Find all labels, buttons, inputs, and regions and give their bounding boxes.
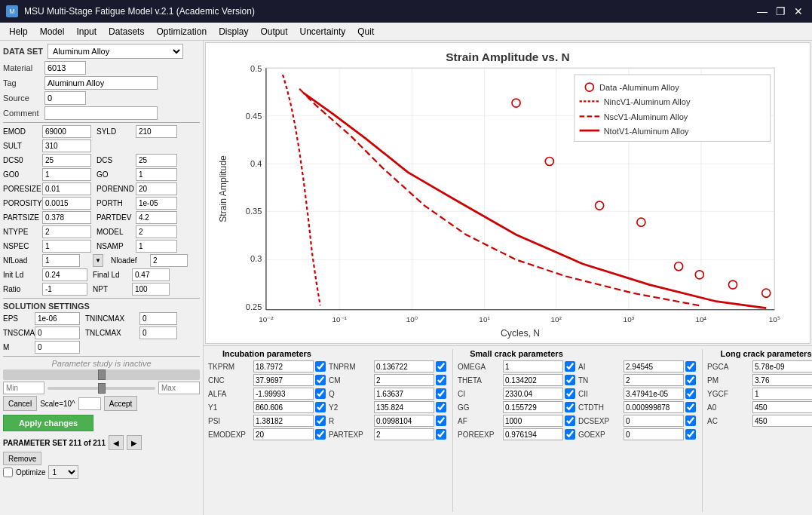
y2-input[interactable] bbox=[374, 401, 434, 413]
q-check[interactable] bbox=[436, 388, 446, 399]
y1-input[interactable] bbox=[253, 401, 314, 413]
remove-button[interactable]: Remove bbox=[3, 452, 41, 465]
ratio-input[interactable] bbox=[42, 283, 87, 296]
ci-check[interactable] bbox=[565, 388, 575, 399]
alfa-check[interactable] bbox=[315, 388, 326, 399]
cii-input[interactable] bbox=[624, 388, 684, 400]
sult-input[interactable] bbox=[42, 139, 91, 152]
tnincmax-input[interactable] bbox=[139, 312, 177, 325]
gg-input[interactable] bbox=[503, 401, 563, 413]
minimize-button[interactable]: — bbox=[755, 4, 770, 19]
emodexp-check[interactable] bbox=[315, 429, 326, 440]
ntype-input[interactable] bbox=[42, 225, 91, 238]
syld-input[interactable] bbox=[136, 125, 177, 138]
menu-output[interactable]: Output bbox=[255, 25, 294, 38]
material-input[interactable] bbox=[44, 61, 86, 75]
ctdth-check[interactable] bbox=[685, 402, 696, 412]
scale-input[interactable] bbox=[78, 397, 101, 410]
y2-check[interactable] bbox=[436, 402, 446, 412]
comment-input[interactable] bbox=[44, 106, 158, 120]
tn-check[interactable] bbox=[685, 375, 696, 385]
menu-input[interactable]: Input bbox=[70, 25, 103, 38]
pgca-input[interactable] bbox=[752, 360, 812, 372]
cm-input[interactable] bbox=[374, 374, 434, 386]
partexp-input[interactable] bbox=[374, 428, 434, 440]
theta-check[interactable] bbox=[565, 375, 575, 385]
menu-datasets[interactable]: Datasets bbox=[103, 25, 150, 38]
cnc-check[interactable] bbox=[315, 375, 326, 385]
poreexp-check[interactable] bbox=[565, 429, 575, 440]
menu-uncertainty[interactable]: Uncertainty bbox=[294, 25, 352, 38]
menu-help[interactable]: Help bbox=[3, 25, 34, 38]
dataset-select[interactable]: Aluminum Alloy bbox=[47, 44, 183, 59]
scale-slider[interactable] bbox=[47, 387, 155, 390]
partdev-input[interactable] bbox=[136, 211, 177, 224]
poresize-input[interactable] bbox=[42, 182, 91, 195]
y1-check[interactable] bbox=[315, 402, 326, 412]
tkprm-input[interactable] bbox=[253, 360, 314, 372]
tnprm-input[interactable] bbox=[374, 360, 434, 372]
restore-button[interactable]: ❐ bbox=[773, 4, 788, 19]
menu-display[interactable]: Display bbox=[213, 25, 254, 38]
cii-check[interactable] bbox=[685, 388, 696, 399]
af-check[interactable] bbox=[565, 415, 575, 426]
dcs0-input[interactable] bbox=[42, 154, 91, 167]
nspec-input[interactable] bbox=[42, 240, 91, 253]
param-slider[interactable] bbox=[3, 369, 200, 380]
theta-input[interactable] bbox=[503, 374, 563, 386]
ci-input[interactable] bbox=[503, 388, 563, 400]
omega-check[interactable] bbox=[565, 361, 575, 372]
tn-input[interactable] bbox=[624, 374, 684, 386]
min-input[interactable] bbox=[3, 382, 44, 394]
apply-changes-button[interactable]: Apply changes bbox=[3, 415, 93, 431]
m-input[interactable] bbox=[35, 341, 80, 354]
go0-input[interactable] bbox=[42, 168, 91, 181]
partsize-input[interactable] bbox=[42, 211, 91, 224]
tnlcmax-input[interactable] bbox=[139, 326, 177, 339]
optimize-select[interactable]: 1 bbox=[48, 465, 78, 479]
finalld-input[interactable] bbox=[132, 268, 170, 281]
menu-model[interactable]: Model bbox=[34, 25, 71, 38]
initld-input[interactable] bbox=[42, 268, 87, 281]
cm-check[interactable] bbox=[436, 375, 446, 385]
tnscmax-input[interactable] bbox=[35, 326, 80, 339]
accept-button[interactable]: Accept bbox=[104, 396, 138, 411]
emod-input[interactable] bbox=[42, 125, 91, 138]
menu-quit[interactable]: Quit bbox=[351, 25, 380, 38]
goexp-check[interactable] bbox=[685, 429, 696, 440]
alfa-input[interactable] bbox=[253, 388, 314, 400]
ac-input[interactable] bbox=[752, 415, 812, 427]
nsamp-input[interactable] bbox=[136, 240, 177, 253]
cancel-button[interactable]: Cancel bbox=[3, 396, 37, 411]
eps-input[interactable] bbox=[35, 312, 80, 325]
dcsexp-input[interactable] bbox=[624, 415, 684, 427]
gg-check[interactable] bbox=[565, 402, 575, 412]
go-input[interactable] bbox=[136, 168, 177, 181]
npt-input[interactable] bbox=[132, 283, 170, 296]
tnprm-check[interactable] bbox=[436, 361, 446, 372]
dcs-input[interactable] bbox=[136, 154, 177, 167]
psi-check[interactable] bbox=[315, 415, 326, 426]
nfload-down[interactable]: ▼ bbox=[93, 254, 103, 267]
goexp-input[interactable] bbox=[624, 428, 684, 440]
porosity-input[interactable] bbox=[42, 197, 91, 210]
af-input[interactable] bbox=[503, 415, 563, 427]
ctdth-input[interactable] bbox=[624, 401, 684, 413]
model-input[interactable] bbox=[136, 225, 177, 238]
param-next-button[interactable]: ▶ bbox=[127, 435, 142, 450]
close-button[interactable]: ✕ bbox=[791, 4, 806, 19]
source-input[interactable] bbox=[44, 91, 86, 105]
nfload-input[interactable] bbox=[42, 254, 80, 267]
omega-input[interactable] bbox=[503, 360, 563, 372]
poreexp-input[interactable] bbox=[503, 428, 563, 440]
tag-input[interactable] bbox=[44, 76, 158, 90]
max-input[interactable] bbox=[158, 382, 200, 394]
ai-input[interactable] bbox=[624, 360, 684, 372]
r-check[interactable] bbox=[436, 415, 446, 426]
nloadef-input[interactable] bbox=[150, 254, 188, 267]
porth-input[interactable] bbox=[136, 197, 177, 210]
porennd-input[interactable] bbox=[136, 182, 177, 195]
pm-input[interactable] bbox=[752, 374, 812, 386]
partexp-check[interactable] bbox=[436, 429, 446, 440]
a0-input[interactable] bbox=[752, 401, 812, 413]
